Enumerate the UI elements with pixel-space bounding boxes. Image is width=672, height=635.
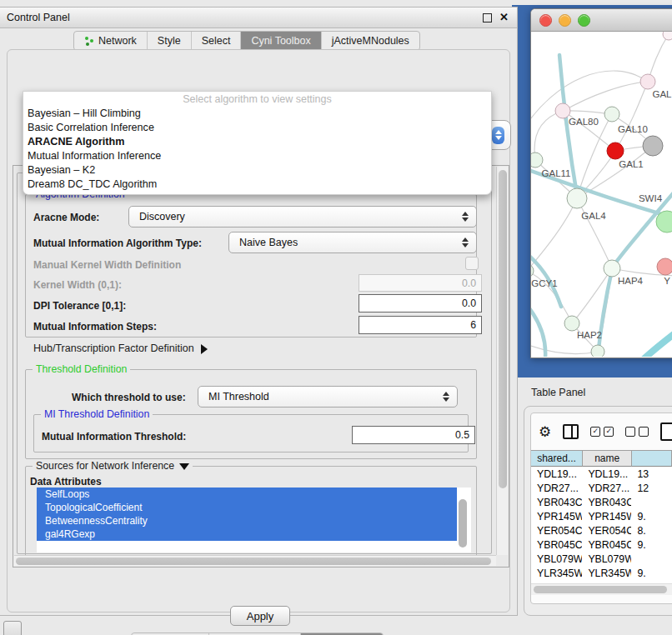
tab-label: Select [202, 35, 231, 47]
column-header[interactable] [632, 450, 672, 467]
hub-definition-expander[interactable]: Hub/Transcription Factor Definition [33, 342, 208, 354]
column-header[interactable]: shared... [531, 450, 583, 467]
deselect-all-checkboxes-icon[interactable] [625, 427, 649, 437]
data-attributes-list[interactable]: SelfLoopsTopologicalCoefficientBetweenne… [37, 488, 471, 552]
vertical-scrollbar-thumb[interactable] [499, 170, 507, 488]
which-threshold-value: MI Threshold [198, 391, 269, 402]
tab-select[interactable]: Select [192, 32, 242, 50]
network-node-gal[interactable] [640, 74, 655, 89]
horizontal-scrollbar-thumb[interactable] [16, 558, 491, 565]
node-table[interactable]: shared...name YDL19...YDL19...13YDR27...… [531, 450, 672, 594]
table-row[interactable]: YPR145WYPR145W9. [531, 509, 672, 523]
tab-jactivemnodules[interactable]: jActiveMNodules [322, 32, 419, 50]
kernel-width-label: Kernel Width (0,1): [33, 279, 122, 291]
combo-stepper-icon[interactable] [459, 209, 470, 224]
settings-horizontal-scrollbar[interactable] [14, 555, 496, 566]
attribute-list-item[interactable]: gal4RGexp [37, 528, 457, 541]
table-row[interactable]: YLR345WYLR345W9. [531, 566, 672, 580]
network-node-y[interactable] [657, 258, 672, 275]
file-icon[interactable] [660, 422, 672, 441]
table-body: YDL19...YDL19...13YDR27...YDR27...12YBR0… [531, 467, 672, 594]
columns-icon[interactable] [563, 424, 579, 439]
table-horizontal-scrollbar[interactable] [531, 583, 672, 595]
which-threshold-label: Which threshold to use: [72, 392, 186, 403]
table-row[interactable]: YER054CYER054C8. [531, 523, 672, 538]
network-node-label: SWI4 [639, 193, 663, 203]
table-cell: YDR27... [531, 482, 582, 494]
network-node-label: HAP4 [618, 276, 644, 286]
aracne-mode-combo[interactable]: Discovery [128, 206, 477, 228]
network-edge-thick-teal [629, 319, 672, 357]
combo-stepper-icon[interactable] [492, 127, 504, 144]
table-scrollbar-thumb[interactable] [534, 586, 667, 593]
settings-vertical-scrollbar[interactable] [496, 167, 508, 555]
manual-kernel-width-checkbox[interactable] [465, 257, 479, 270]
network-node-gal10[interactable] [604, 107, 619, 122]
column-header[interactable]: name [583, 450, 632, 467]
which-threshold-combo[interactable]: MI Threshold [198, 386, 458, 408]
algorithm-option[interactable]: Mutual Information Inference [23, 149, 491, 163]
table-row[interactable]: YDR27...YDR27...12 [531, 481, 672, 495]
tab-cyni-toolbox[interactable]: Cyni Toolbox [241, 32, 321, 50]
table-panel-toolbar: ⚙ ✓✓ [530, 414, 672, 449]
mi-algorithm-type-value: Naive Bayes [229, 237, 298, 248]
dpi-tolerance-label: DPI Tolerance [0,1]: [33, 300, 126, 312]
table-row[interactable]: YDL19...YDL19...13 [531, 467, 672, 481]
apply-button[interactable]: Apply [230, 606, 290, 626]
table-row[interactable]: YBL079WYBL079W [531, 552, 672, 566]
tab-label: Network [98, 35, 137, 47]
table-cell: YLR345W [531, 568, 582, 579]
table-cell: YER054C [582, 525, 631, 537]
network-node-gcy1[interactable] [531, 264, 534, 278]
network-window-titlebar[interactable] [531, 9, 672, 32]
network-node[interactable] [591, 345, 604, 357]
table-row[interactable]: YBR043CYBR043C [531, 495, 672, 509]
kernel-width-field[interactable]: 0.0 [359, 274, 482, 292]
table-header-row: shared...name [531, 450, 672, 467]
mi-steps-field[interactable]: 6 [359, 316, 482, 334]
attribute-list-item[interactable]: TopologicalCoefficient [37, 501, 457, 514]
mi-threshold-definition-title: MI Threshold Definition [41, 408, 153, 420]
select-all-checkboxes-icon[interactable]: ✓✓ [590, 427, 614, 437]
algorithm-option[interactable]: ARACNE Algorithm [23, 135, 491, 149]
network-node[interactable] [663, 32, 672, 40]
algorithm-option[interactable]: Basic Correlation Inference [23, 121, 491, 135]
tab-network[interactable]: Network [74, 32, 148, 50]
aracne-mode-value: Discovery [129, 211, 185, 222]
attribute-list-item[interactable]: BetweennessCentrality [37, 514, 457, 528]
network-node-gal4[interactable] [567, 188, 587, 208]
network-node-hap2[interactable] [564, 316, 579, 331]
attribute-list-item[interactable]: SelfLoops [37, 488, 457, 501]
tab-label: Style [158, 35, 181, 47]
tab-style[interactable]: Style [148, 32, 192, 50]
combo-stepper-icon[interactable] [440, 389, 451, 404]
zoom-traffic-light-icon[interactable] [578, 14, 590, 27]
dpi-tolerance-field[interactable]: 0.0 [359, 294, 482, 312]
table-cell: YBL079W [531, 553, 582, 565]
algorithm-option[interactable]: Bayesian – K2 [23, 163, 491, 178]
network-node-hap4[interactable] [604, 260, 620, 277]
network-node[interactable] [643, 136, 663, 156]
hub-definition-label: Hub/Transcription Factor Definition [33, 342, 194, 354]
combo-stepper-icon[interactable] [459, 235, 470, 250]
network-node-gal11[interactable] [531, 152, 543, 168]
table-cell: YPR145W [582, 511, 631, 522]
mi-threshold-field[interactable]: 0.5 [352, 426, 475, 444]
network-canvas[interactable]: GALGAL80GAL10GAL1GAL11GAL4SWI4GCY1HAP4YH… [531, 32, 672, 357]
close-icon[interactable]: ✕ [499, 11, 509, 23]
algorithm-dropdown-popup: Select algorithm to view settings Bayesi… [23, 91, 492, 195]
minimize-traffic-light-icon[interactable] [559, 14, 571, 27]
gear-icon[interactable]: ⚙ [539, 425, 551, 439]
network-node-gal1[interactable] [607, 142, 624, 159]
mi-algorithm-type-combo[interactable]: Naive Bayes [228, 232, 477, 253]
table-row[interactable]: YBR045CYBR045C9. [531, 538, 672, 552]
minimized-panel-icon[interactable] [3, 621, 22, 635]
sources-title-wrap[interactable]: Sources for Network Inference [33, 460, 193, 472]
table-cell: YBR043C [582, 497, 631, 508]
algorithm-option[interactable]: Bayesian – Hill Climbing [23, 107, 491, 121]
algorithm-option[interactable]: Dream8 DC_TDC Algorithm [23, 178, 491, 192]
network-node-label: GAL4 [581, 211, 606, 221]
float-window-icon[interactable] [483, 13, 492, 22]
list-scrollbar-thumb[interactable] [459, 499, 467, 548]
close-traffic-light-icon[interactable] [539, 14, 552, 27]
